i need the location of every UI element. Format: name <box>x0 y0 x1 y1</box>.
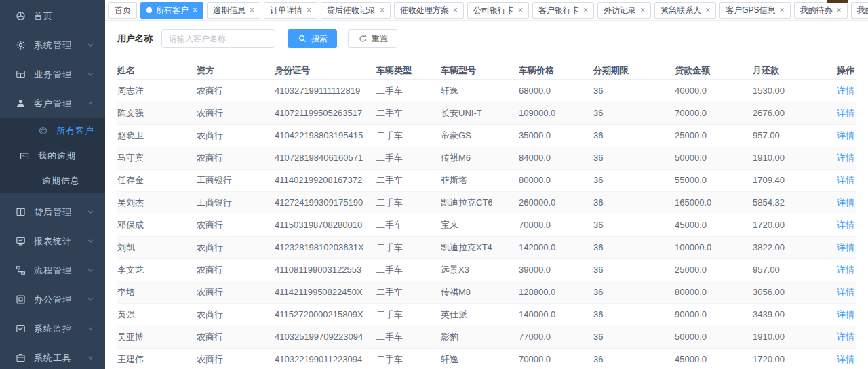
cell-funder: 农商行 <box>197 102 275 124</box>
sidebar-item-flow-manage[interactable]: 流程管理 <box>0 256 105 285</box>
cell-vtype: 二手车 <box>376 236 441 258</box>
cell-loan: 165000.0 <box>675 191 753 214</box>
cell-term: 36 <box>593 326 675 348</box>
detail-link[interactable]: 详情 <box>837 130 854 140</box>
tab-label: 贷后催收记录 <box>327 5 376 16</box>
tab-visit-records[interactable]: 外访记录× <box>597 2 651 19</box>
column-header-loan: 贷款金额 <box>675 62 753 79</box>
table-row: 刘凯农商行41232819810203631X二手车凯迪拉克XT4142000.… <box>117 236 856 258</box>
detail-link[interactable]: 详情 <box>837 242 854 252</box>
sidebar-item-overdue-info[interactable]: 逾期信息 <box>0 168 105 193</box>
close-icon[interactable]: × <box>583 6 588 14</box>
cell-model: 传祺M6 <box>441 147 519 169</box>
cell-monthly: 1720.00 <box>753 214 827 236</box>
sidebar-item-postloan-manage[interactable]: 贷后管理 <box>0 197 105 227</box>
cell-vtype: 二手车 <box>376 326 441 348</box>
close-icon[interactable]: × <box>250 6 254 14</box>
tab-collection-plan[interactable]: 催收处理方案× <box>394 2 464 19</box>
sidebar-item-label: 所有客户 <box>56 125 94 137</box>
cell-name: 吴亚博 <box>117 326 197 348</box>
detail-link[interactable]: 详情 <box>837 287 854 297</box>
table-row: 赵晓卫农商行410422198803195415二手车帝豪GS35000.036… <box>117 124 856 147</box>
tab-home[interactable]: 首页 <box>108 2 137 19</box>
sidebar-item-business-manage[interactable]: 业务管理 <box>0 60 105 89</box>
close-icon[interactable]: × <box>779 6 784 14</box>
close-icon[interactable]: × <box>453 6 458 14</box>
cell-vtype: 二手车 <box>376 79 441 102</box>
tab-emergency-contacts[interactable]: 紧急联系人× <box>654 2 716 19</box>
cell-term: 36 <box>593 214 675 236</box>
detail-link[interactable]: 详情 <box>837 108 854 118</box>
sidebar-item-home[interactable]: 首页 <box>0 1 105 31</box>
column-header-price: 车辆价格 <box>519 62 593 79</box>
tab-collection-records[interactable]: 贷后催收记录× <box>321 2 391 19</box>
sidebar-nav-top: 首页系统管理业务管理客户管理 <box>0 0 105 118</box>
tab-customer-gps[interactable]: 客户GPS信息× <box>719 2 790 19</box>
detail-link[interactable]: 详情 <box>837 265 854 275</box>
detail-link[interactable]: 详情 <box>837 332 854 342</box>
tab-company-bank-card[interactable]: 公司银行卡× <box>467 2 529 19</box>
cell-id_no: 41232819810203631X <box>275 236 376 258</box>
cell-term: 36 <box>593 102 675 124</box>
cell-funder: 工商银行 <box>197 191 275 214</box>
sidebar-item-label: 系统工具 <box>34 352 72 364</box>
cell-price: 80000.0 <box>519 169 593 191</box>
cell-term: 36 <box>593 191 675 214</box>
close-icon[interactable]: × <box>837 6 842 14</box>
cell-model: 帝豪GS <box>441 124 519 147</box>
refresh-icon <box>357 33 368 44</box>
cell-monthly: 2676.00 <box>753 102 827 124</box>
cell-loan: 25000.0 <box>675 258 753 281</box>
cell-term: 36 <box>593 281 675 303</box>
sidebar-item-report-stats[interactable]: 报表统计 <box>0 227 105 256</box>
flow-icon <box>15 265 26 276</box>
cell-action: 详情 <box>827 281 856 303</box>
detail-link[interactable]: 详情 <box>837 85 854 96</box>
cell-monthly: 3439.00 <box>753 303 827 326</box>
sidebar-item-system-manage[interactable]: 系统管理 <box>0 31 105 60</box>
chevron-down-icon <box>85 265 96 276</box>
sidebar-item-all-customers[interactable]: 所有客户 <box>0 118 105 143</box>
close-icon[interactable]: × <box>307 6 311 14</box>
cell-vtype: 二手车 <box>376 191 441 214</box>
detail-link[interactable]: 详情 <box>837 175 854 185</box>
sidebar-item-system-monitor[interactable]: 系统监控 <box>0 314 105 343</box>
sidebar-item-customer-manage[interactable]: 客户管理 <box>0 89 105 118</box>
tab-overdue-info[interactable]: 逾期信息× <box>207 2 260 19</box>
customer-name-input[interactable] <box>161 29 275 48</box>
column-header-name: 姓名 <box>117 62 197 79</box>
close-icon[interactable]: × <box>380 6 384 14</box>
search-button[interactable]: 搜索 <box>288 29 337 48</box>
tab-my-todo[interactable]: 我的待办× <box>794 2 848 19</box>
sidebar-item-label: 首页 <box>34 10 53 22</box>
cell-model: 凯迪拉克CT6 <box>441 191 519 214</box>
detail-link[interactable]: 详情 <box>837 309 854 319</box>
cell-vtype: 二手车 <box>376 303 441 326</box>
cell-model: 菲斯塔 <box>441 169 519 191</box>
tab-my-flow[interactable]: 我的流程× <box>851 2 868 19</box>
sidebar-item-label: 逾期信息 <box>42 175 80 187</box>
table-row: 王建伟农商行410322199011223094二手车轩逸70000.03645… <box>117 348 856 369</box>
reset-button[interactable]: 重置 <box>348 29 397 48</box>
cell-vtype: 二手车 <box>376 281 441 303</box>
tab-order-detail[interactable]: 订单详情× <box>264 2 317 19</box>
detail-link[interactable]: 详情 <box>837 220 854 230</box>
close-icon[interactable]: × <box>518 6 523 14</box>
detail-link[interactable]: 详情 <box>837 197 854 208</box>
sidebar-item-my-overdue[interactable]: 我的逾期 <box>0 143 105 168</box>
close-icon[interactable]: × <box>193 6 197 14</box>
sidebar-item-office-manage[interactable]: 办公管理 <box>0 285 105 314</box>
cell-loan: 80000.0 <box>675 281 753 303</box>
tab-all-customers[interactable]: 所有客户× <box>140 2 203 19</box>
tab-customer-bank-card[interactable]: 客户银行卡× <box>532 2 594 19</box>
sidebar-item-system-tools[interactable]: 系统工具 <box>0 343 105 369</box>
cell-id_no: 41142119950822450X <box>275 281 376 303</box>
cell-model: 远景X3 <box>441 258 519 281</box>
cell-price: 84000.0 <box>519 147 593 169</box>
cell-price: 260000.0 <box>519 191 593 214</box>
close-icon[interactable]: × <box>705 6 710 14</box>
cell-id_no: 41152720000215809X <box>275 303 376 326</box>
detail-link[interactable]: 详情 <box>837 153 854 163</box>
close-icon[interactable]: × <box>640 6 645 14</box>
detail-link[interactable]: 详情 <box>837 354 854 364</box>
